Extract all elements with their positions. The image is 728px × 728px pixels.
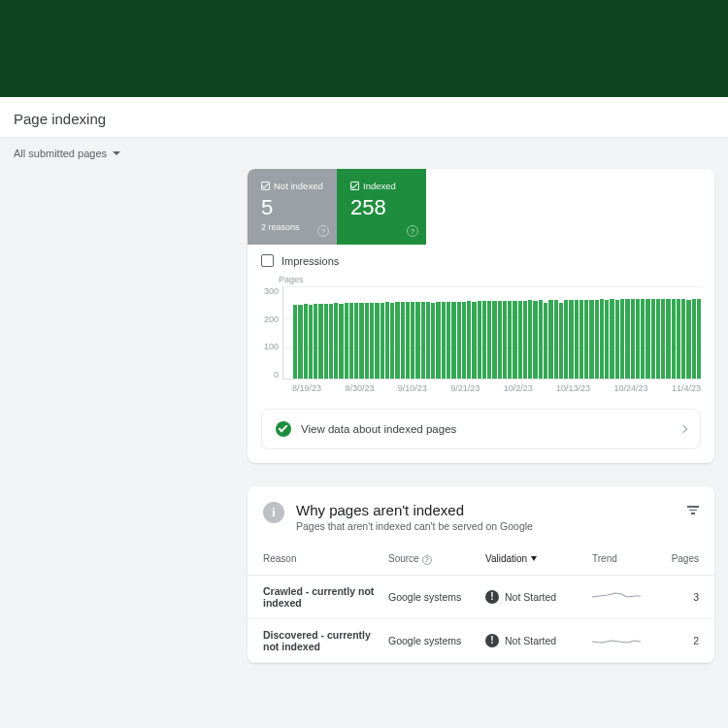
- chevron-right-icon: [679, 425, 687, 433]
- page-title: Page indexing: [14, 111, 714, 127]
- chart-bar: [324, 304, 328, 379]
- filter-dropdown[interactable]: All submitted pages: [0, 138, 728, 169]
- chart-bar: [329, 304, 333, 379]
- impressions-toggle[interactable]: Impressions: [248, 245, 714, 275]
- chart-bar: [345, 303, 348, 379]
- row-reason: Crawled - currently not indexed: [263, 585, 388, 609]
- chart-bar: [508, 301, 512, 379]
- chart-bar: [395, 302, 399, 379]
- link-text: View data about indexed pages: [301, 423, 456, 435]
- chart-bar: [482, 301, 486, 379]
- table-row[interactable]: Discovered - currently not indexedGoogle…: [248, 619, 714, 663]
- why-title: Why pages aren't indexed: [296, 502, 533, 518]
- chart-bar: [686, 300, 690, 379]
- chart-bar: [559, 303, 563, 379]
- row-reason: Discovered - currently not indexed: [263, 629, 388, 652]
- row-source: Google systems: [388, 591, 485, 603]
- table-header: Reason Source? Validation Trend Pages: [248, 544, 714, 576]
- chart-plot: [282, 286, 701, 380]
- chart-bar: [666, 299, 670, 379]
- arrow-down-icon: [531, 556, 537, 561]
- help-icon[interactable]: ?: [317, 225, 329, 237]
- help-icon[interactable]: ?: [407, 225, 418, 237]
- chart-bar: [523, 301, 527, 379]
- chart-bar: [390, 303, 394, 379]
- chart-bar: [692, 299, 696, 379]
- row-pages: 3: [660, 591, 699, 603]
- chart-bar: [487, 301, 491, 379]
- row-pages: 2: [660, 635, 699, 646]
- col-reason[interactable]: Reason: [263, 553, 388, 564]
- chart-bar: [354, 303, 358, 379]
- chart-bar: [359, 303, 363, 379]
- col-validation[interactable]: Validation: [485, 553, 592, 564]
- chart-bar: [548, 300, 552, 379]
- top-banner: [0, 0, 728, 97]
- chart-bar: [503, 301, 507, 379]
- chart-bar: [447, 302, 450, 379]
- chart-bar: [478, 301, 481, 379]
- help-icon: ?: [422, 555, 432, 565]
- row-trend: [592, 589, 660, 605]
- info-icon: i: [263, 502, 284, 523]
- stat-not-indexed[interactable]: Not indexed 5 2 reasons ?: [248, 169, 337, 245]
- chart-bar: [318, 304, 322, 379]
- exclamation-icon: !: [485, 634, 499, 647]
- chart-bar: [651, 299, 655, 379]
- chart-bar: [442, 302, 446, 379]
- chart-bar: [421, 302, 425, 379]
- stat-not-indexed-sub: 2 reasons: [261, 222, 323, 232]
- why-not-indexed-card: i Why pages aren't indexed Pages that ar…: [248, 486, 714, 663]
- chart-bar: [467, 301, 471, 379]
- chart-bar: [411, 302, 414, 379]
- filter-icon[interactable]: [687, 502, 699, 514]
- chart-bar: [595, 300, 599, 379]
- chart-bar: [677, 299, 680, 379]
- chart-bar: [641, 299, 645, 379]
- chevron-down-icon: [113, 151, 120, 155]
- chart-bar: [620, 299, 624, 379]
- chart-bar: [431, 303, 435, 379]
- table-row[interactable]: Crawled - currently not indexedGoogle sy…: [248, 576, 714, 619]
- chart-bar: [304, 304, 308, 379]
- chart-bar: [401, 302, 405, 379]
- chart-y-axis: 3002001000: [261, 286, 282, 380]
- chart-bar: [625, 299, 629, 379]
- check-circle-icon: [276, 421, 291, 437]
- col-trend[interactable]: Trend: [592, 553, 660, 564]
- chart-bar: [293, 305, 297, 379]
- stat-not-indexed-value: 5: [261, 195, 323, 220]
- chart-bar: [645, 299, 649, 379]
- chart-bar: [539, 300, 543, 379]
- row-validation: !Not Started: [485, 590, 592, 604]
- page-header: Page indexing: [0, 97, 728, 138]
- chart-bar: [681, 299, 685, 379]
- chart-bar: [309, 305, 313, 379]
- chart-bar: [656, 299, 660, 379]
- chart-x-axis: 8/19/238/30/239/10/239/21/2310/2/2310/13…: [292, 383, 701, 393]
- chart-bar: [298, 305, 302, 379]
- row-source: Google systems: [388, 635, 485, 646]
- chart-bar: [349, 303, 353, 379]
- chart-bar: [631, 299, 635, 379]
- stat-indexed[interactable]: Indexed 258 ?: [337, 169, 426, 245]
- chart-bar: [518, 301, 522, 379]
- checkbox-checked-icon: [261, 182, 270, 190]
- chart-bar: [672, 299, 676, 379]
- view-indexed-link[interactable]: View data about indexed pages: [261, 409, 701, 449]
- checkbox-unchecked-icon: [261, 254, 274, 267]
- chart-bar: [436, 302, 440, 379]
- stat-indexed-value: 258: [350, 195, 413, 220]
- chart-bar: [584, 300, 588, 379]
- chart-bar: [415, 302, 419, 379]
- chart-bar: [600, 299, 604, 379]
- chart-bar: [575, 300, 579, 379]
- chart-bar: [462, 302, 466, 379]
- col-pages[interactable]: Pages: [660, 553, 699, 564]
- exclamation-icon: !: [485, 590, 499, 604]
- chart-bar: [334, 303, 338, 379]
- chart-bar: [533, 301, 537, 379]
- chart-bar: [661, 299, 665, 379]
- col-source[interactable]: Source?: [388, 553, 485, 565]
- chart-bar: [385, 302, 389, 379]
